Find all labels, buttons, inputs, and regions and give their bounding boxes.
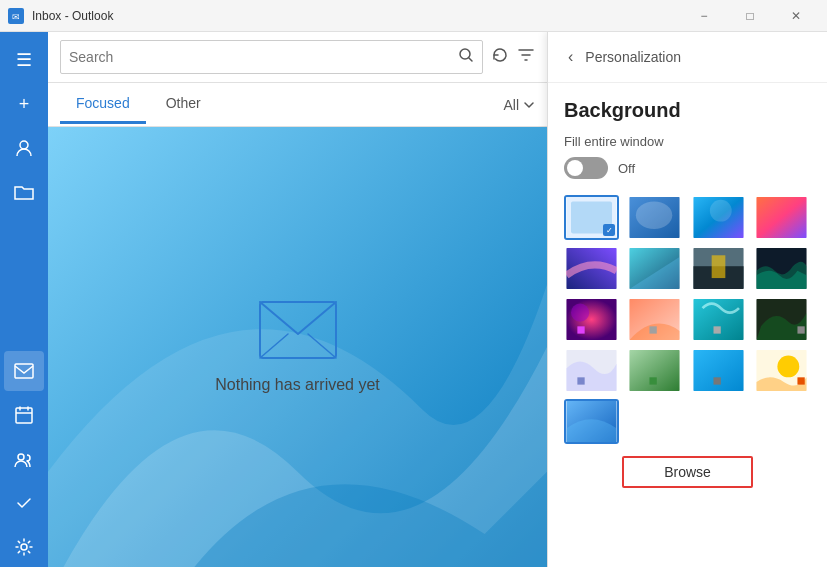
title-bar: ✉ Inbox - Outlook − □ ✕ [0, 0, 827, 32]
bg-thumb-14[interactable] [627, 348, 682, 393]
svg-rect-37 [693, 350, 743, 391]
search-input[interactable] [69, 49, 458, 65]
title-bar-left: ✉ Inbox - Outlook [8, 8, 113, 24]
all-filter-label: All [503, 97, 519, 113]
bg-thumb-10[interactable] [627, 297, 682, 342]
bg-thumb-1[interactable]: ✓ [564, 195, 619, 240]
bg-thumb-7[interactable] [691, 246, 746, 291]
main-area: Focused Other All [48, 32, 547, 567]
sidebar-narrow: ☰ + [0, 32, 48, 567]
search-box [60, 40, 483, 74]
sidebar-item-settings[interactable] [4, 527, 44, 567]
panel-back-button[interactable]: ‹ [564, 44, 577, 70]
toggle-state-label: Off [618, 161, 635, 176]
empty-state: Nothing has arrived yet [48, 127, 547, 567]
tabs-area: Focused Other All [48, 83, 547, 127]
sidebar-item-tasks[interactable] [4, 483, 44, 523]
bg-thumb-16[interactable] [754, 348, 809, 393]
fill-toggle[interactable] [564, 157, 608, 179]
sidebar-item-mail[interactable] [4, 351, 44, 391]
bg-thumb-8[interactable] [754, 246, 809, 291]
window-title: Inbox - Outlook [32, 9, 113, 23]
app-icon: ✉ [8, 8, 24, 24]
mail-envelope-icon [258, 300, 338, 360]
sidebar-item-add[interactable]: + [4, 84, 44, 124]
browse-button[interactable]: Browse [622, 456, 753, 488]
svg-point-15 [709, 200, 731, 222]
bg-thumb-6[interactable] [627, 246, 682, 291]
svg-rect-16 [756, 197, 806, 238]
background-grid: ✓ [564, 195, 811, 444]
fill-window-label: Fill entire window [564, 134, 811, 149]
svg-point-40 [777, 355, 799, 377]
bg-thumb-13[interactable] [564, 348, 619, 393]
empty-state-message: Nothing has arrived yet [215, 376, 380, 394]
maximize-button[interactable]: □ [727, 0, 773, 32]
personalization-panel: ‹ Personalization Background Fill entire… [547, 32, 827, 567]
bg-thumb-17[interactable] [564, 399, 619, 444]
svg-rect-26 [577, 326, 584, 333]
panel-section-title: Background [564, 99, 811, 122]
svg-point-6 [21, 544, 27, 550]
app-body: ☰ + [0, 32, 827, 567]
filter-button[interactable] [517, 46, 535, 69]
refresh-button[interactable] [491, 46, 509, 69]
search-button[interactable] [458, 47, 474, 67]
bg-thumb-9[interactable] [564, 297, 619, 342]
browse-row: Browse [564, 456, 811, 488]
svg-point-5 [18, 454, 24, 460]
svg-point-2 [20, 141, 28, 149]
panel-header: ‹ Personalization [548, 32, 827, 83]
bg-thumb-11[interactable] [691, 297, 746, 342]
svg-rect-3 [15, 364, 33, 378]
empty-content: Nothing has arrived yet [215, 300, 380, 394]
window-controls: − □ ✕ [681, 0, 819, 32]
bg-thumb-12[interactable] [754, 297, 809, 342]
svg-rect-32 [797, 326, 804, 333]
svg-rect-41 [797, 377, 804, 384]
bg-thumb-15[interactable] [691, 348, 746, 393]
svg-rect-35 [630, 350, 680, 391]
panel-nav-title: Personalization [585, 49, 681, 65]
all-filter[interactable]: All [503, 97, 535, 113]
svg-point-13 [636, 202, 672, 229]
tab-other[interactable]: Other [150, 85, 217, 124]
svg-text:✉: ✉ [12, 12, 20, 22]
svg-rect-38 [713, 377, 720, 384]
svg-rect-24 [566, 299, 616, 340]
sidebar-item-contacts[interactable] [4, 439, 44, 479]
svg-rect-22 [711, 255, 725, 278]
svg-rect-30 [713, 326, 720, 333]
svg-rect-28 [650, 326, 657, 333]
panel-body: Background Fill entire window Off ✓ [548, 83, 827, 567]
close-button[interactable]: ✕ [773, 0, 819, 32]
bg-thumb-5[interactable] [564, 246, 619, 291]
sidebar-item-people[interactable] [4, 128, 44, 168]
svg-rect-34 [577, 377, 584, 384]
bg-thumb-2[interactable] [627, 195, 682, 240]
sidebar-item-calendar[interactable] [4, 395, 44, 435]
tab-focused[interactable]: Focused [60, 85, 146, 124]
bg-thumb-4[interactable] [754, 195, 809, 240]
svg-rect-4 [16, 408, 32, 423]
sidebar-item-menu[interactable]: ☰ [4, 40, 44, 80]
svg-rect-36 [650, 377, 657, 384]
minimize-button[interactable]: − [681, 0, 727, 32]
toggle-row: Off [564, 157, 811, 179]
svg-point-25 [571, 304, 589, 322]
search-area [48, 32, 547, 83]
sidebar-item-folder[interactable] [4, 172, 44, 212]
bg-thumb-3[interactable] [691, 195, 746, 240]
